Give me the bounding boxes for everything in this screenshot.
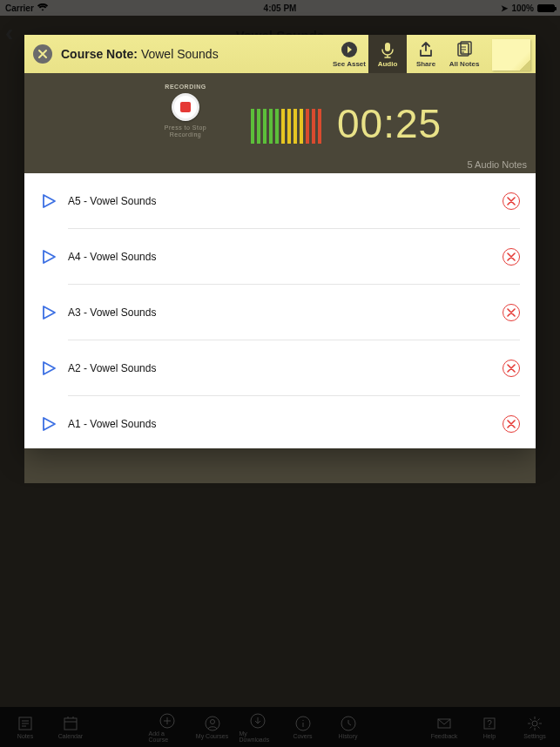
audio-note-label: A4 - Vowel Sounds [68, 251, 503, 263]
recording-panel: RECORDING Press to Stop Recording 00:25 … [24, 73, 536, 173]
audio-note-label: A5 - Vowel Sounds [68, 195, 503, 207]
audio-notes-count: 5 Audio Notes [468, 159, 528, 170]
meter-bar [263, 109, 267, 144]
audio-note-label: A1 - Vowel Sounds [68, 418, 503, 430]
modal-title: Vowel Sounds [141, 47, 219, 61]
play-icon[interactable] [40, 360, 57, 377]
audio-note-row: A3 - Vowel Sounds [24, 285, 536, 340]
modal-shadow-extension [24, 448, 536, 483]
recording-hint: Press to Stop Recording [165, 124, 207, 139]
share-label: Share [416, 60, 435, 68]
modal-header: Course Note: Vowel Sounds See Asset Audi… [24, 35, 536, 73]
meter-bar [312, 109, 315, 144]
recording-header: RECORDING [165, 84, 206, 90]
meter-bar [306, 109, 309, 144]
audio-note-row: A5 - Vowel Sounds [24, 173, 536, 229]
play-icon[interactable] [40, 304, 57, 321]
notes-stack-icon [455, 40, 474, 59]
audio-level-meter [251, 104, 321, 144]
recording-timer: 00:25 [337, 100, 442, 147]
modal-title-prefix: Course Note: [61, 47, 138, 61]
stop-recording-button[interactable] [172, 93, 199, 121]
delete-button[interactable] [503, 360, 520, 377]
audio-label: Audio [378, 60, 398, 68]
audio-note-row: A1 - Vowel Sounds [24, 396, 536, 448]
all-notes-button[interactable]: All Notes [445, 35, 483, 73]
stop-icon [180, 102, 191, 112]
delete-button[interactable] [503, 192, 520, 210]
audio-button[interactable]: Audio [368, 35, 407, 73]
audio-note-label: A3 - Vowel Sounds [68, 306, 503, 319]
audio-note-row: A4 - Vowel Sounds [24, 229, 536, 285]
close-button[interactable] [33, 44, 52, 64]
delete-button[interactable] [503, 248, 520, 266]
meter-bar [300, 109, 303, 144]
play-icon[interactable] [40, 415, 57, 433]
course-note-modal: Course Note: Vowel Sounds See Asset Audi… [24, 35, 536, 448]
audio-note-row: A2 - Vowel Sounds [24, 340, 536, 396]
meter-bar [275, 109, 279, 144]
meter-bar [269, 109, 273, 144]
meter-bar [318, 109, 321, 144]
sticky-note-icon[interactable] [492, 39, 530, 71]
audio-note-label: A2 - Vowel Sounds [68, 362, 503, 374]
delete-button[interactable] [503, 304, 520, 321]
delete-button[interactable] [503, 415, 520, 433]
mic-icon [378, 40, 397, 59]
meter-bar [251, 109, 254, 144]
play-icon[interactable] [40, 192, 57, 210]
meter-bar [287, 109, 291, 144]
see-asset-button[interactable]: See Asset [330, 35, 368, 73]
play-icon[interactable] [40, 248, 57, 266]
share-icon [416, 40, 435, 59]
meter-bar [293, 109, 297, 144]
meter-bar [281, 109, 285, 144]
arrow-circle-icon [340, 40, 359, 59]
see-asset-label: See Asset [333, 60, 366, 68]
audio-notes-list[interactable]: A5 - Vowel Sounds A4 - Vowel Sounds A3 -… [24, 173, 536, 448]
svg-rect-1 [385, 43, 390, 51]
share-button[interactable]: Share [407, 35, 445, 73]
meter-bar [257, 109, 260, 144]
all-notes-label: All Notes [449, 60, 480, 68]
